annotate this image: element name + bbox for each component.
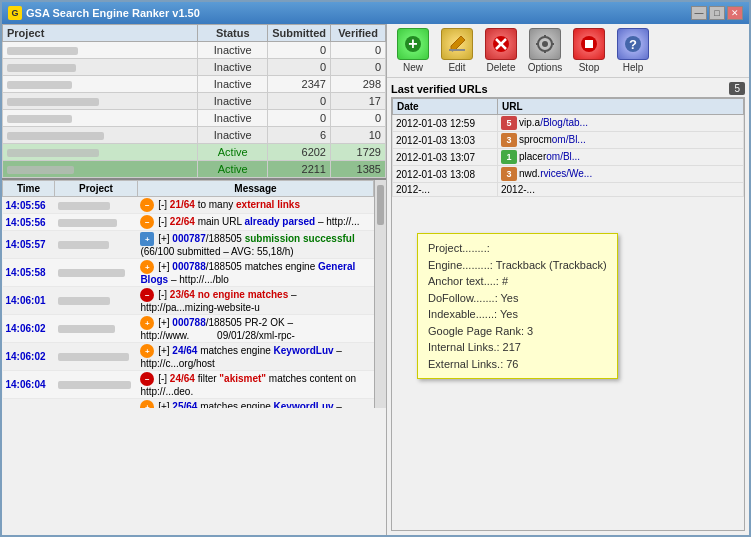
tooltip-line: Engine.........: Trackback (Trackback) <box>428 257 607 274</box>
log-message-cell: + [+] 000787/188505 submission successfu… <box>137 231 373 259</box>
title-bar: G GSA Search Engine Ranker v1.50 — □ ✕ <box>2 2 749 24</box>
log-message-cell: − [-] 22/64 main URL already parsed – ht… <box>137 214 373 231</box>
url-header: Last verified URLs 5 <box>391 82 745 95</box>
url-value-cell[interactable]: 1placerom/Bl... <box>498 149 744 166</box>
log-icon: − <box>140 215 154 229</box>
project-name-cell[interactable] <box>3 93 198 110</box>
project-verified-cell: 0 <box>331 110 386 127</box>
log-time-cell: 14:06:02 <box>3 315 55 343</box>
main-window: G GSA Search Engine Ranker v1.50 — □ ✕ P… <box>0 0 751 537</box>
project-col-header: Project <box>3 25 198 42</box>
log-time-cell: 14:06:04 <box>3 371 55 399</box>
options-label: Options <box>528 62 562 73</box>
message-col-header: Message <box>137 181 373 197</box>
log-time-cell: 14:06:01 <box>3 287 55 315</box>
tooltip-line: DoFollow.......: Yes <box>428 290 607 307</box>
project-name-cell[interactable] <box>3 127 198 144</box>
url-value-cell[interactable]: 3nwd.rvices/We... <box>498 166 744 183</box>
log-project-cell <box>55 343 138 371</box>
main-content: Project Status Submitted Verified Inacti… <box>2 24 749 535</box>
project-verified-cell: 17 <box>331 93 386 110</box>
edit-button[interactable]: Edit <box>439 28 475 73</box>
project-submitted-cell: 0 <box>268 110 331 127</box>
tooltip-line: Google Page Rank: 3 <box>428 323 607 340</box>
project-verified-cell: 10 <box>331 127 386 144</box>
project-verified-cell: 1729 <box>331 144 386 161</box>
options-button[interactable]: Options <box>527 28 563 73</box>
url-value-cell[interactable]: 2012-... <box>498 183 744 197</box>
project-submitted-cell: 0 <box>268 59 331 76</box>
log-message-cell: + [+] 000788/188505 PR-2 OK – http://www… <box>137 315 373 343</box>
url-value-cell[interactable]: 3sprocmom/Bl... <box>498 132 744 149</box>
project-verified-cell: 298 <box>331 76 386 93</box>
log-time-cell: 14:05:57 <box>3 231 55 259</box>
stop-button-icon <box>573 28 605 60</box>
tooltip-line: Internal Links.: 217 <box>428 339 607 356</box>
url-count-badge: 5 <box>729 82 745 95</box>
status-col-header: Status <box>198 25 268 42</box>
log-message-cell: − [-] 23/64 no engine matches – http://p… <box>137 287 373 315</box>
url-table: Date URL 2012-01-03 12:59 5vip.a/Blog/ta… <box>392 98 744 197</box>
stop-button[interactable]: Stop <box>571 28 607 73</box>
project-verified-cell: 1385 <box>331 161 386 178</box>
url-date-cell: 2012-... <box>393 183 498 197</box>
url-value-cell[interactable]: 5vip.a/Blog/tab... <box>498 115 744 132</box>
help-label: Help <box>623 62 644 73</box>
help-button-icon: ? <box>617 28 649 60</box>
log-scrollbar[interactable] <box>374 180 386 408</box>
log-project-cell <box>55 315 138 343</box>
project-name-cell[interactable] <box>3 76 198 93</box>
url-section: Last verified URLs 5 Date URL 2012-01-03… <box>387 78 749 535</box>
project-name-cell[interactable] <box>3 42 198 59</box>
log-message-cell: + [+] 24/64 matches engine KeywordLuv – … <box>137 343 373 371</box>
project-name-cell[interactable] <box>3 110 198 127</box>
maximize-button[interactable]: □ <box>709 6 725 20</box>
log-content: Time Project Message 14:05:56 − [-] 21/6… <box>2 180 386 408</box>
project-name-cell[interactable] <box>3 59 198 76</box>
scrollbar-thumb <box>377 185 384 225</box>
project-name-cell[interactable] <box>3 144 198 161</box>
url-date-cell: 2012-01-03 12:59 <box>393 115 498 132</box>
url-badge: 3 <box>501 133 517 147</box>
new-label: New <box>403 62 423 73</box>
project-submitted-cell: 0 <box>268 42 331 59</box>
close-button[interactable]: ✕ <box>727 6 743 20</box>
svg-point-9 <box>542 41 548 47</box>
right-panel: + New Edit <box>387 24 749 535</box>
stop-label: Stop <box>579 62 600 73</box>
new-button-icon: + <box>397 28 429 60</box>
project-name-cell[interactable] <box>3 161 198 178</box>
log-icon: + <box>140 316 154 330</box>
help-button[interactable]: ? Help <box>615 28 651 73</box>
project-status-cell: Inactive <box>198 76 268 93</box>
url-date-cell: 2012-01-03 13:07 <box>393 149 498 166</box>
log-message-cell: + [+] 25/64 matches engine KeywordLuv – … <box>137 399 373 409</box>
log-icon: + <box>140 344 154 358</box>
log-project-cell <box>55 399 138 409</box>
url-section-title: Last verified URLs <box>391 83 488 95</box>
log-icon: − <box>140 198 154 212</box>
delete-button[interactable]: Delete <box>483 28 519 73</box>
time-col-header: Time <box>3 181 55 197</box>
date-col-header: Date <box>393 99 498 115</box>
new-button[interactable]: + New <box>395 28 431 73</box>
log-table: Time Project Message 14:05:56 − [-] 21/6… <box>2 180 374 408</box>
svg-text:?: ? <box>629 37 637 52</box>
project-status-cell: Active <box>198 161 268 178</box>
svg-rect-15 <box>585 40 593 48</box>
tooltip-line: Indexable......: Yes <box>428 306 607 323</box>
bottom-log: Time Project Message 14:05:56 − [-] 21/6… <box>2 178 386 408</box>
tooltip-line: External Links.: 76 <box>428 356 607 373</box>
project-status-cell: Inactive <box>198 127 268 144</box>
verified-col-header: Verified <box>331 25 386 42</box>
log-project-cell <box>55 259 138 287</box>
log-project-cell <box>55 231 138 259</box>
tooltip-line: Anchor text....: # <box>428 273 607 290</box>
edit-button-icon <box>441 28 473 60</box>
log-table-wrap[interactable]: Time Project Message 14:05:56 − [-] 21/6… <box>2 180 374 408</box>
minimize-button[interactable]: — <box>691 6 707 20</box>
log-icon: + <box>140 260 154 274</box>
project-status-cell: Active <box>198 144 268 161</box>
log-project-cell <box>55 197 138 214</box>
app-icon: G <box>8 6 22 20</box>
